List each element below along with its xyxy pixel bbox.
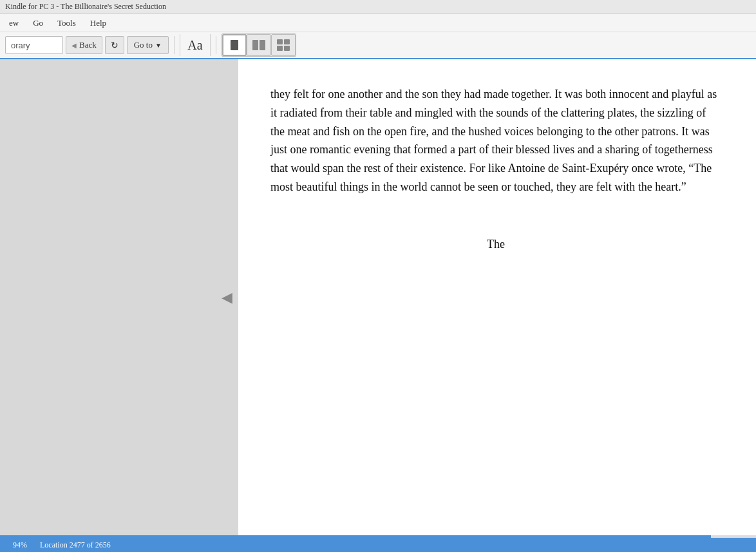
svg-rect-6 bbox=[284, 46, 290, 51]
left-arrow-icon: ◀ bbox=[222, 289, 232, 306]
menu-help[interactable]: Help bbox=[84, 16, 113, 30]
two-page-icon bbox=[252, 39, 266, 52]
menu-view[interactable]: ew bbox=[3, 16, 25, 30]
svg-rect-1 bbox=[252, 40, 258, 50]
svg-rect-5 bbox=[277, 46, 283, 51]
single-page-view-button[interactable] bbox=[222, 34, 247, 56]
svg-rect-0 bbox=[231, 40, 238, 50]
separator-1 bbox=[174, 36, 175, 54]
svg-rect-3 bbox=[277, 39, 283, 44]
location-text: Location 2477 of 2656 bbox=[40, 540, 111, 550]
menu-bar: ew Go Tools Help bbox=[0, 14, 756, 32]
svg-rect-2 bbox=[260, 40, 265, 50]
chapter-word: The bbox=[270, 235, 721, 254]
grid-icon bbox=[276, 39, 290, 52]
toolbar: ◀ Back ↻ Go to ▼ Aa bbox=[0, 32, 756, 59]
reading-progress-fill bbox=[0, 535, 711, 538]
menu-go[interactable]: Go bbox=[26, 16, 50, 30]
chevron-down-icon: ▼ bbox=[155, 42, 162, 49]
left-panel: ◀ bbox=[0, 59, 238, 535]
status-bar: 94% Location 2477 of 2656 bbox=[0, 538, 756, 552]
title-bar: Kindle for PC 3 - The Billionaire's Secr… bbox=[0, 0, 756, 14]
svg-rect-4 bbox=[284, 39, 290, 44]
single-page-icon bbox=[228, 39, 241, 52]
progress-percent: 94% bbox=[13, 540, 27, 550]
refresh-icon: ↻ bbox=[111, 40, 118, 51]
main-area: ◀ they felt for one another and the son … bbox=[0, 59, 756, 535]
goto-button[interactable]: Go to ▼ bbox=[127, 36, 169, 54]
menu-tools[interactable]: Tools bbox=[51, 16, 82, 30]
refresh-button[interactable]: ↻ bbox=[105, 36, 124, 54]
reading-progress-bar-container bbox=[0, 535, 756, 538]
font-button[interactable]: Aa bbox=[180, 34, 211, 56]
grid-view-button[interactable] bbox=[271, 34, 296, 56]
separator-2 bbox=[216, 36, 216, 54]
back-button[interactable]: ◀ Back bbox=[66, 36, 102, 54]
two-page-view-button[interactable] bbox=[247, 34, 271, 56]
book-paragraph: they felt for one another and the son th… bbox=[270, 85, 721, 196]
book-text-area: they felt for one another and the son th… bbox=[270, 85, 721, 254]
library-input[interactable] bbox=[5, 36, 63, 54]
app-title: Kindle for PC 3 - The Billionaire's Secr… bbox=[5, 2, 166, 12]
book-content: they felt for one another and the son th… bbox=[238, 59, 756, 535]
prev-page-arrow[interactable]: ◀ bbox=[220, 286, 233, 309]
